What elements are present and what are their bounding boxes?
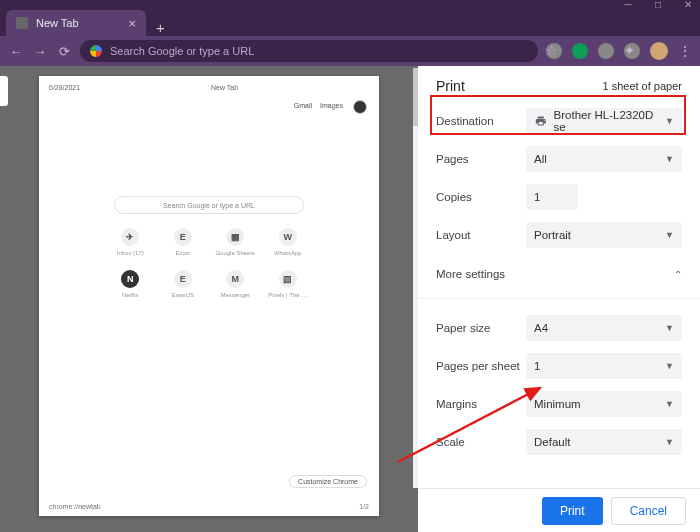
forward-button[interactable]: → [32,44,48,59]
dialog-scrollbar[interactable] [413,68,418,488]
preview-avatar [353,100,367,114]
window-titlebar: ─ □ ✕ [0,0,700,8]
margins-select[interactable]: Minimum ▼ [526,391,682,417]
print-button[interactable]: Print [542,497,603,525]
preview-page: 6/28/2021 New Tab Gmail Images Search Go… [39,76,379,516]
layout-label: Layout [436,229,526,241]
chevron-down-icon: ▼ [665,437,674,447]
tab-strip: New Tab × + [0,8,700,36]
window-maximize[interactable]: □ [652,0,664,10]
layout-select[interactable]: Portrait ▼ [526,222,682,248]
preview-title: New Tab [211,84,238,91]
preview-shortcuts: ✈Inbox (17)EEzoic▦Google SheetsWWhatsApp… [104,228,314,312]
preview-shortcut: MMessenger [213,270,257,298]
preview-shortcut: ▦Google Sheets [213,228,257,256]
print-dialog: Print 1 sheet of paper Destination Broth… [418,66,700,532]
browser-tab[interactable]: New Tab × [6,10,146,36]
preview-shortcut: EEaseUS [161,270,205,298]
scale-select[interactable]: Default ▼ [526,429,682,455]
window-close[interactable]: ✕ [682,0,694,10]
chevron-down-icon: ▼ [665,154,674,164]
address-bar[interactable]: Search Google or type a URL [80,40,538,62]
preview-shortcut: WWhatsApp [266,228,310,256]
preview-images-link: Images [320,102,343,109]
chevron-down-icon: ▼ [665,323,674,333]
preview-shortcut: NNetflix [108,270,152,298]
pages-select[interactable]: All ▼ [526,146,682,172]
extension-icon[interactable] [572,43,588,59]
margins-label: Margins [436,398,526,410]
pages-label: Pages [436,153,526,165]
divider [418,298,700,299]
more-settings-toggle[interactable]: More settings ⌃ [436,254,682,294]
chevron-up-icon: ⌃ [674,269,682,280]
sheet-count: 1 sheet of paper [602,80,682,92]
scale-label: Scale [436,436,526,448]
profile-avatar[interactable] [650,42,668,60]
paper-size-label: Paper size [436,322,526,334]
preview-side-tab[interactable] [0,76,8,106]
preview-footer-page: 1/2 [359,503,369,510]
scrollbar-thumb[interactable] [413,68,418,126]
tab-close-icon[interactable]: × [128,16,136,31]
destination-select[interactable]: Brother HL-L2320D se ▼ [526,108,682,134]
tab-favicon [16,17,28,29]
printer-icon [534,115,548,127]
paper-size-select[interactable]: A4 ▼ [526,315,682,341]
preview-customize-button: Customize Chrome [289,475,367,488]
chevron-down-icon: ▼ [665,230,674,240]
chevron-down-icon: ▼ [665,116,674,126]
omnibox-placeholder: Search Google or type a URL [110,45,254,57]
chevron-down-icon: ▼ [665,399,674,409]
extension-icon[interactable] [598,43,614,59]
content-area: 6/28/2021 New Tab Gmail Images Search Go… [0,66,700,532]
chevron-down-icon: ▼ [665,361,674,371]
copies-label: Copies [436,191,526,203]
print-dialog-title: Print [436,78,465,94]
tab-title: New Tab [36,17,79,29]
preview-search-box: Search Google or type a URL [114,196,304,214]
google-icon [90,45,102,57]
back-button[interactable]: ← [8,44,24,59]
copies-input[interactable]: 1 [526,184,578,210]
pages-per-sheet-select[interactable]: 1 ▼ [526,353,682,379]
preview-footer-url: chrome://newtab [49,503,101,510]
destination-label: Destination [436,115,526,127]
preview-gmail-link: Gmail [294,102,312,109]
extensions-puzzle-icon[interactable]: ✦ [624,43,640,59]
pages-per-sheet-label: Pages per sheet [436,360,526,372]
cancel-button[interactable]: Cancel [611,497,686,525]
preview-shortcut: EEzoic [161,228,205,256]
window-minimize[interactable]: ─ [622,0,634,10]
preview-date: 6/28/2021 [49,84,80,91]
extension-area: ☆ ✦ ⋮ [546,42,692,60]
reload-button[interactable]: ⟳ [56,44,72,59]
new-tab-button[interactable]: + [146,19,175,36]
bookmark-star-icon[interactable]: ☆ [546,43,562,59]
browser-toolbar: ← → ⟳ Search Google or type a URL ☆ ✦ ⋮ [0,36,700,66]
chrome-menu-icon[interactable]: ⋮ [678,43,692,59]
preview-shortcut: ▧Pixels | The … [266,270,310,298]
print-preview-pane: 6/28/2021 New Tab Gmail Images Search Go… [0,66,418,532]
preview-shortcut: ✈Inbox (17) [108,228,152,256]
